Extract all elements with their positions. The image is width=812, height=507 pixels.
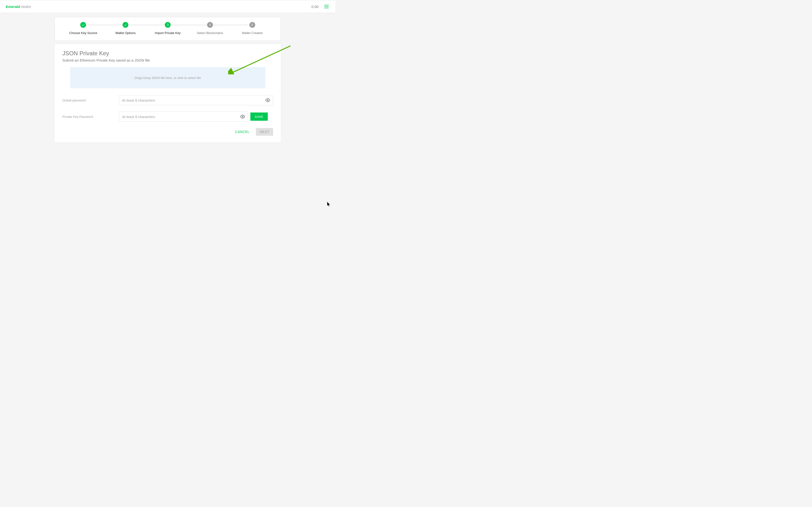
- private-key-password-wrap: [119, 112, 248, 122]
- step-wallet-created: 5 Wallet Created: [231, 22, 273, 35]
- step-label: Choose Key Source: [69, 31, 97, 35]
- page-subtitle: Submit an Ethereum Private Key saved as …: [62, 58, 273, 62]
- stepper: Choose Key Source Wallet Options 3 Impor…: [62, 22, 273, 35]
- step-label: Select Blockchains: [197, 31, 223, 35]
- app-header: Emerald Wallet 0.00: [0, 0, 336, 13]
- brand-secondary: Wallet: [20, 5, 31, 9]
- step-indicator-pending: 4: [207, 22, 213, 28]
- dropzone-text: Drag'n'drop JSON file here, or click to …: [135, 76, 201, 80]
- global-password-wrap: [119, 95, 273, 105]
- menu-button[interactable]: [323, 4, 329, 9]
- stepper-card: Choose Key Source Wallet Options 3 Impor…: [55, 17, 281, 41]
- check-icon: [124, 23, 127, 26]
- balance-display: 0.00: [311, 5, 318, 9]
- step-select-blockchains: 4 Select Blockchains: [189, 22, 231, 35]
- cursor-icon: [327, 202, 331, 207]
- step-indicator-done: [122, 22, 128, 28]
- brand: Emerald Wallet: [6, 5, 31, 9]
- header-right: 0.00: [311, 4, 329, 9]
- step-label: Import Private Key: [155, 31, 181, 35]
- step-choose-key-source: Choose Key Source: [62, 22, 104, 35]
- file-dropzone[interactable]: Drag'n'drop JSON file here, or click to …: [70, 67, 265, 89]
- page-title: JSON Private Key: [62, 50, 273, 57]
- step-indicator-done: [80, 22, 86, 28]
- hamburger-icon: [324, 5, 329, 8]
- private-key-password-row: Private Key Password SAVE: [62, 112, 273, 122]
- svg-point-0: [267, 100, 268, 101]
- step-label: Wallet Options: [115, 31, 136, 35]
- private-key-password-label: Private Key Password: [62, 115, 119, 119]
- main-card: JSON Private Key Submit an Ethereum Priv…: [55, 44, 281, 143]
- eye-icon[interactable]: [265, 98, 270, 103]
- private-key-password-input[interactable]: [119, 112, 248, 122]
- step-label: Wallet Created: [242, 31, 263, 35]
- action-row: CANCEL NEXT: [62, 128, 273, 136]
- step-indicator-active: 3: [165, 22, 170, 28]
- svg-point-1: [242, 116, 243, 117]
- global-password-label: Global password: [62, 99, 119, 102]
- cancel-button[interactable]: CANCEL: [232, 128, 253, 136]
- next-button[interactable]: NEXT: [256, 128, 273, 136]
- global-password-input[interactable]: [119, 95, 273, 105]
- brand-primary: Emerald: [6, 5, 20, 9]
- global-password-row: Global password: [62, 95, 273, 105]
- eye-icon[interactable]: [240, 114, 245, 119]
- step-indicator-pending: 5: [249, 22, 255, 28]
- main-container: Choose Key Source Wallet Options 3 Impor…: [55, 17, 281, 143]
- step-wallet-options: Wallet Options: [104, 22, 147, 35]
- step-import-private-key: 3 Import Private Key: [147, 22, 189, 35]
- check-icon: [82, 23, 85, 26]
- save-button[interactable]: SAVE: [250, 113, 268, 121]
